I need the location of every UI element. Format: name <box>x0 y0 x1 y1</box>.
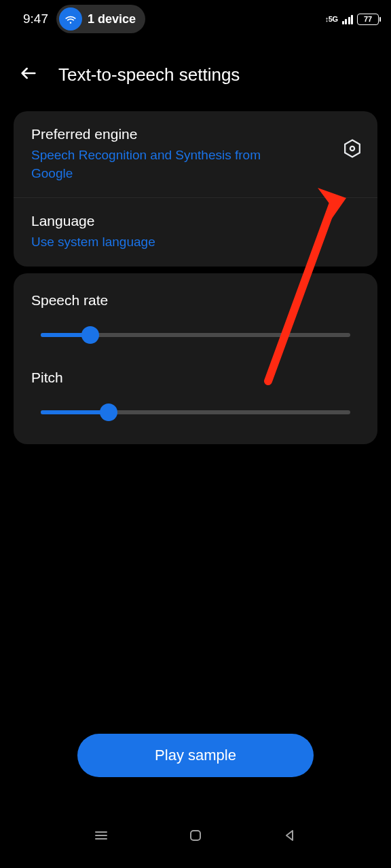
recent-apps-icon[interactable] <box>93 827 109 846</box>
pitch-title: Pitch <box>31 370 360 386</box>
preferred-engine-value: Speech Recognition and Synthesis from Go… <box>31 146 303 182</box>
svg-point-0 <box>350 146 354 151</box>
preferred-engine-title: Preferred engine <box>31 126 360 142</box>
header: Text-to-speech settings <box>0 38 391 104</box>
back-icon[interactable] <box>19 64 38 85</box>
wifi-icon <box>59 7 82 31</box>
engine-settings-gear-icon[interactable] <box>342 138 362 161</box>
signal-icon <box>342 14 354 24</box>
language-row[interactable]: Language Use system language <box>14 197 377 267</box>
speech-rate-thumb[interactable] <box>81 326 99 344</box>
network-type: ↕5G <box>325 15 338 23</box>
status-bar: 9:47 1 device ↕5G 77 <box>0 0 391 38</box>
system-nav-bar <box>0 816 391 857</box>
play-sample-label: Play sample <box>155 747 236 764</box>
clock: 9:47 <box>23 12 48 26</box>
language-value: Use system language <box>31 233 303 252</box>
speech-rate-row: Speech rate <box>14 277 377 360</box>
battery-percent: 77 <box>364 15 372 23</box>
language-title: Language <box>31 213 360 229</box>
preferred-engine-row[interactable]: Preferred engine Speech Recognition and … <box>14 111 377 197</box>
back-nav-icon[interactable] <box>282 827 298 846</box>
page-title: Text-to-speech settings <box>58 64 240 85</box>
status-right: ↕5G 77 <box>325 14 379 25</box>
speech-rate-slider[interactable] <box>41 333 350 337</box>
pitch-slider[interactable] <box>41 410 350 414</box>
engine-language-card: Preferred engine Speech Recognition and … <box>14 111 377 267</box>
status-left: 9:47 1 device <box>23 5 145 33</box>
rate-pitch-card: Speech rate Pitch <box>14 273 377 444</box>
pitch-thumb[interactable] <box>100 403 117 421</box>
play-sample-button[interactable]: Play sample <box>77 734 314 777</box>
device-count: 1 device <box>88 12 136 26</box>
speech-rate-title: Speech rate <box>31 292 360 309</box>
home-icon[interactable] <box>187 827 204 846</box>
battery-icon: 77 <box>357 14 379 25</box>
device-pill[interactable]: 1 device <box>56 5 145 33</box>
pitch-row: Pitch <box>14 360 377 437</box>
svg-rect-1 <box>191 831 200 840</box>
